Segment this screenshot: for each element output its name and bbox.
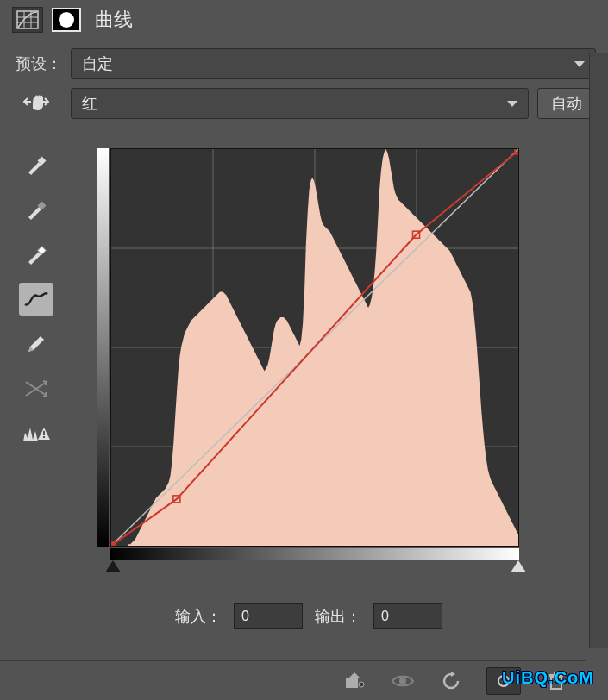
preset-select[interactable]: 自定 [71, 48, 596, 79]
svg-point-19 [399, 678, 406, 684]
auto-button[interactable]: 自动 [537, 88, 596, 119]
channel-select-value: 红 [82, 93, 97, 114]
svg-point-18 [359, 682, 364, 687]
pencil-draw-tool[interactable] [19, 328, 53, 360]
curves-panel-icon[interactable] [12, 7, 43, 33]
curve-edit-tool[interactable] [19, 283, 53, 316]
preset-select-value: 自定 [82, 53, 113, 74]
vertical-scrollbar[interactable] [589, 53, 608, 648]
curves-graph[interactable] [97, 148, 521, 569]
input-label: 输入： [175, 606, 222, 627]
reset-icon[interactable] [438, 668, 464, 694]
channel-select[interactable]: 红 [71, 88, 529, 119]
clip-warning-icon[interactable] [19, 417, 53, 450]
mask-dot-icon [59, 12, 74, 28]
white-point-slider[interactable] [511, 560, 526, 572]
output-label: 输出： [315, 606, 361, 627]
svg-rect-17 [346, 678, 358, 688]
chevron-down-icon [507, 101, 517, 107]
output-gradient [97, 148, 109, 547]
output-field[interactable]: 0 [373, 603, 442, 629]
white-point-eyedropper[interactable] [19, 238, 53, 271]
visibility-icon[interactable] [390, 668, 416, 694]
black-point-eyedropper[interactable] [19, 148, 53, 181]
watermark: UiBQ.CoM [502, 668, 594, 688]
black-point-slider[interactable] [105, 560, 121, 572]
smooth-curve-button[interactable] [19, 372, 53, 405]
panel-title: 曲线 [95, 7, 133, 33]
clip-toggle-icon[interactable] [342, 668, 367, 694]
svg-rect-8 [43, 431, 45, 435]
gray-point-eyedropper[interactable] [19, 193, 53, 226]
svg-rect-0 [17, 11, 38, 28]
targeted-adjustment-tool[interactable] [12, 90, 62, 117]
input-field[interactable]: 0 [234, 603, 303, 629]
auto-button-label: 自动 [551, 93, 582, 114]
layer-mask-thumbnail[interactable] [52, 8, 81, 32]
bottom-toolbar [0, 660, 586, 700]
chevron-down-icon [574, 61, 585, 67]
svg-rect-9 [43, 436, 45, 438]
preset-label: 预设： [12, 53, 62, 74]
input-gradient [110, 548, 519, 560]
curve-control-point[interactable] [111, 542, 115, 546]
curves-plot[interactable] [110, 148, 519, 547]
